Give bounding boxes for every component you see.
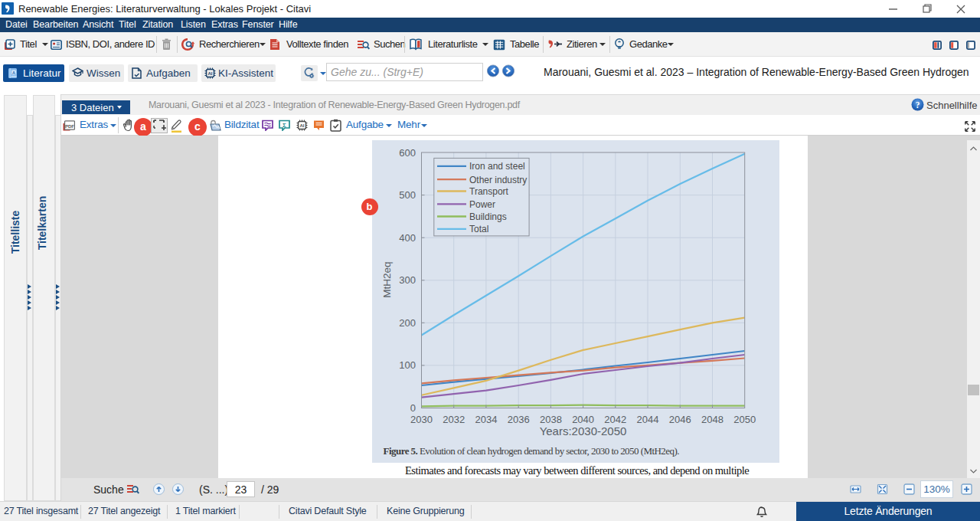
svg-text:Total: Total [469, 224, 488, 234]
svg-text:2044: 2044 [637, 414, 659, 425]
svg-text:500: 500 [399, 189, 416, 201]
svg-text:Years:2030-2050: Years:2030-2050 [540, 424, 627, 437]
svg-text:300: 300 [399, 274, 416, 286]
svg-text:2048: 2048 [701, 414, 724, 425]
svg-text:AI: AI [208, 71, 213, 76]
svg-text:Transport: Transport [469, 186, 509, 197]
svg-text:Power: Power [469, 199, 495, 210]
svg-text:?: ? [916, 100, 920, 110]
svg-text:Other industry: Other industry [469, 175, 527, 185]
svg-text:Buildings: Buildings [469, 211, 507, 222]
svg-text:2036: 2036 [508, 414, 530, 425]
svg-text:Σ: Σ [283, 122, 286, 129]
svg-text:600: 600 [399, 147, 416, 159]
svg-text:2050: 2050 [733, 414, 756, 425]
svg-text:AI: AI [300, 123, 305, 128]
svg-text:A: A [12, 70, 15, 75]
svg-text:400: 400 [399, 232, 416, 244]
svg-text:PDF: PDF [65, 124, 74, 129]
svg-text:MtH2eq: MtH2eq [381, 261, 393, 297]
svg-text:Iron and steel: Iron and steel [469, 161, 525, 172]
svg-text:2038: 2038 [540, 414, 562, 425]
svg-text:2040: 2040 [572, 414, 594, 425]
svg-text:2046: 2046 [669, 414, 691, 425]
svg-text:0: 0 [410, 402, 416, 414]
svg-text:2042: 2042 [604, 414, 626, 425]
svg-text:100: 100 [399, 359, 416, 371]
svg-text:2032: 2032 [443, 414, 465, 425]
svg-text:2030: 2030 [410, 414, 433, 425]
svg-text:200: 200 [399, 317, 416, 329]
svg-text:2034: 2034 [475, 414, 497, 425]
